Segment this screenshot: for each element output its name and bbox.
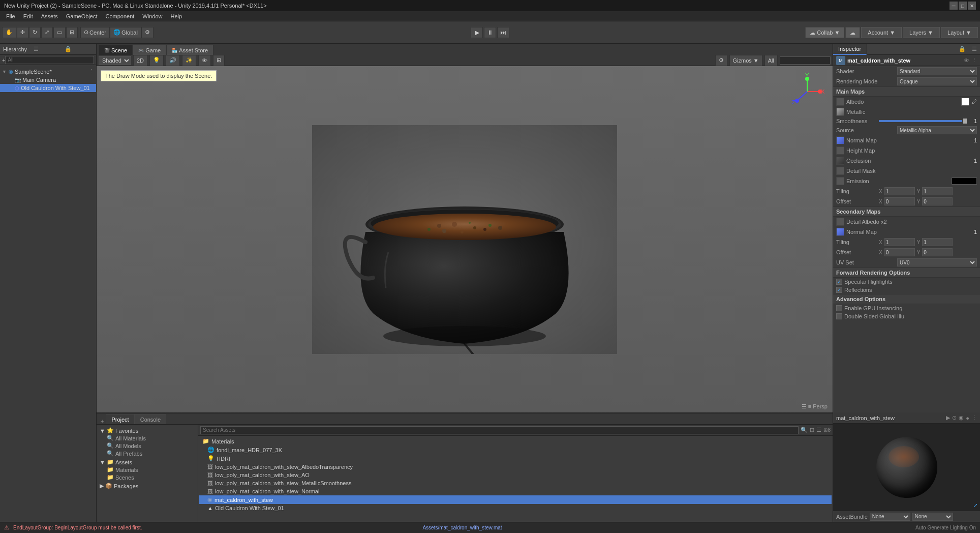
tab-game[interactable]: 🎮 Game	[133, 45, 166, 55]
all-materials-leaf[interactable]: 🔍 All Materials	[99, 434, 196, 442]
assets-filter-icon[interactable]: 🔍	[801, 427, 808, 433]
collab-button[interactable]: ☁ Collab ▼	[805, 27, 844, 38]
preview-toggle-3[interactable]: ●	[966, 415, 969, 421]
gpu-instancing-checkbox[interactable]	[836, 305, 842, 311]
asset-ao-tex[interactable]: 🖼 low_poly_mat_caldron_with_stew_AO	[199, 471, 832, 479]
materials-folder-leaf[interactable]: 📁 Materials	[99, 466, 196, 473]
height-map-thumb[interactable]	[836, 146, 844, 155]
center-toggle[interactable]: ⊙ Center	[80, 27, 110, 38]
sec-tiling-y[interactable]	[922, 238, 953, 246]
double-sided-checkbox[interactable]	[836, 313, 842, 319]
scene-hidden-button[interactable]: 👁	[198, 55, 211, 66]
preview-toggle-2[interactable]: ◉	[959, 414, 964, 421]
reflections-checkbox[interactable]	[836, 287, 842, 293]
detail-albedo-thumb[interactable]	[836, 218, 844, 226]
hierarchy-lock-icon[interactable]: 🔒	[65, 46, 93, 52]
scene-light-button[interactable]: 💡	[149, 55, 164, 66]
uv-set-select[interactable]: UV0	[897, 258, 977, 266]
preview-area[interactable]: ⤢	[833, 424, 980, 511]
metallic-thumb[interactable]	[836, 108, 844, 116]
rotate-tool[interactable]: ↻	[29, 27, 41, 38]
albedo-thumb[interactable]	[836, 98, 844, 106]
normal-map-thumb[interactable]	[836, 136, 844, 144]
tab-scene[interactable]: 🎬 Scene	[99, 45, 133, 55]
assets-options-icon[interactable]: ☰	[816, 427, 821, 433]
maximize-button[interactable]: □	[959, 2, 967, 10]
inspector-scroll[interactable]: Shader Standard Rendering Mode Opaque	[833, 66, 980, 412]
asset-albedo-tex[interactable]: 🖼 low_poly_mat_caldron_with_stew_AlbedoT…	[199, 463, 832, 471]
asset-bundle-variant-select[interactable]: None	[912, 513, 953, 521]
close-button[interactable]: ✕	[968, 2, 976, 10]
all-models-leaf[interactable]: 🔍 All Models	[99, 442, 196, 450]
occlusion-thumb[interactable]	[836, 157, 844, 165]
global-toggle[interactable]: 🌐 Global	[110, 27, 141, 38]
snap-button[interactable]: ⚙	[141, 27, 154, 38]
layers-tab[interactable]: Layers ▼	[903, 27, 940, 38]
asset-mesh[interactable]: ▲ Old Cauldron With Stew_01	[199, 504, 832, 512]
pause-button[interactable]: ⏸	[484, 27, 496, 38]
tiling-x[interactable]	[884, 187, 915, 195]
rect-tool[interactable]: ▭	[53, 27, 66, 38]
sec-normal-map-thumb[interactable]	[836, 228, 844, 236]
scene-options[interactable]: ⋮	[88, 68, 94, 75]
tab-inspector[interactable]: Inspector	[833, 44, 867, 55]
assets-view-icon[interactable]: ⊞	[810, 427, 814, 433]
gizmos-button[interactable]: Gizmos ▼	[729, 55, 762, 66]
cloud-button[interactable]: ☁	[845, 27, 860, 38]
grid-button[interactable]: ⊞	[213, 55, 225, 66]
menu-component[interactable]: Component	[101, 11, 138, 21]
preview-toggle-1[interactable]: ⊙	[952, 414, 957, 421]
assets-search[interactable]	[200, 426, 799, 434]
sec-tiling-x[interactable]	[884, 238, 915, 246]
assets-header[interactable]: ▼ 📁 Assets	[99, 458, 196, 466]
main-camera-item[interactable]: 📷 Main Camera	[0, 76, 96, 84]
menu-help[interactable]: Help	[166, 11, 186, 21]
offset-y[interactable]	[922, 197, 953, 205]
scenes-folder-leaf[interactable]: 📁 Scenes	[99, 473, 196, 481]
specular-checkbox[interactable]	[836, 279, 842, 285]
all-button[interactable]: All	[764, 55, 778, 66]
scene-settings-button[interactable]: ⚙	[715, 55, 727, 66]
hierarchy-options-icon[interactable]: ☰	[34, 46, 62, 52]
bottom-add-icon[interactable]: +	[99, 418, 106, 424]
scale-tool[interactable]: ⤢	[41, 27, 53, 38]
menu-edit[interactable]: Edit	[19, 11, 37, 21]
asset-fondi[interactable]: 🌐 fondi_mare_HDR_077_3K	[199, 446, 832, 454]
scene-fx-button[interactable]: ✨	[182, 55, 196, 66]
hierarchy-search[interactable]	[5, 56, 94, 64]
emission-swatch[interactable]	[952, 177, 977, 185]
all-prefabs-leaf[interactable]: 🔍 All Prefabs	[99, 450, 196, 457]
asset-bundle-select[interactable]: None	[870, 513, 910, 521]
inspector-lock[interactable]: 🔒	[956, 46, 969, 52]
asset-metallic-tex[interactable]: 🖼 low_poly_mat_caldron_with_stew_Metalli…	[199, 479, 832, 487]
cauldron-item[interactable]: ⬡ Old Cauldron With Stew_01	[0, 84, 96, 92]
tab-asset-store[interactable]: 🏪 Asset Store	[166, 45, 213, 55]
step-button[interactable]: ⏭	[497, 27, 509, 38]
minimize-button[interactable]: ─	[950, 2, 958, 10]
move-tool[interactable]: ✛	[17, 27, 28, 38]
sec-offset-x[interactable]	[884, 248, 915, 256]
play-button[interactable]: ▶	[471, 27, 483, 38]
draw-mode-select[interactable]: Shaded	[99, 56, 131, 65]
sec-offset-y[interactable]	[922, 248, 953, 256]
inspector-eye-icon[interactable]: 👁	[964, 57, 969, 64]
scene-search[interactable]	[780, 56, 831, 65]
asset-materials-folder[interactable]: 📁 Materials	[199, 437, 832, 446]
preview-play-icon[interactable]: ▶	[946, 414, 950, 421]
menu-assets[interactable]: Assets	[37, 11, 62, 21]
smoothness-track[interactable]	[879, 120, 965, 122]
detail-mask-thumb[interactable]	[836, 167, 844, 175]
scene-item[interactable]: ▼ ◎ SampleScene* ⋮	[0, 67, 96, 76]
asset-normal-tex[interactable]: 🖼 low_poly_mat_caldron_with_stew_Normal	[199, 487, 832, 495]
layout-tab[interactable]: Layout ▼	[941, 27, 978, 38]
shader-select[interactable]: Standard	[897, 67, 977, 75]
preview-menu-icon[interactable]: ⋮	[971, 414, 977, 421]
account-tab[interactable]: Account ▼	[861, 27, 902, 38]
inspector-menu[interactable]: ☰	[969, 46, 980, 52]
smoothness-thumb[interactable]	[962, 118, 967, 124]
albedo-color[interactable]	[961, 98, 969, 106]
packages-header[interactable]: ▶ 📦 Packages	[99, 482, 196, 490]
preview-fullscreen-icon[interactable]: ⤢	[973, 502, 977, 508]
inspector-more-icon[interactable]: ⋮	[971, 57, 977, 64]
menu-file[interactable]: File	[2, 11, 19, 21]
